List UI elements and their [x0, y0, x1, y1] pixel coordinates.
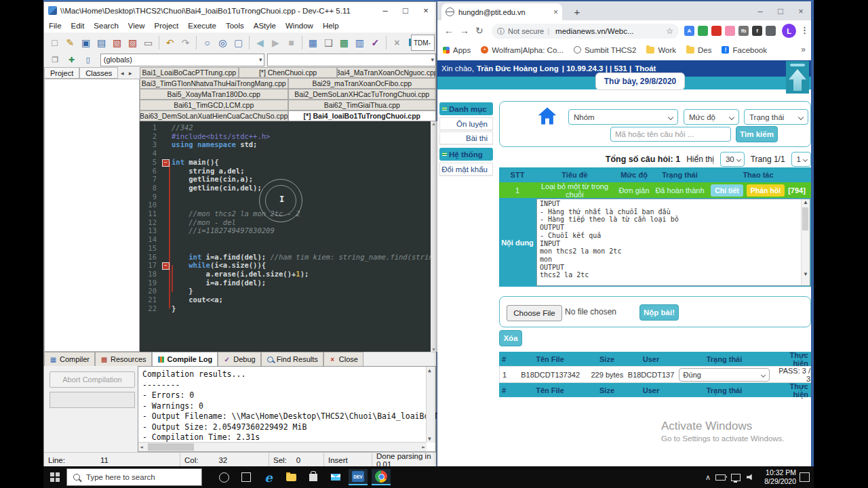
network-icon[interactable]: [731, 466, 741, 488]
taskbar-clock[interactable]: 10:32 PM 8/29/2020: [764, 468, 796, 486]
delete-button[interactable]: Xóa: [499, 330, 522, 346]
new-unit-icon[interactable]: ❐: [47, 52, 62, 68]
chrome-taskbar-icon[interactable]: [372, 469, 391, 485]
compiler-select[interactable]: TDM-: [411, 35, 435, 51]
forward-icon[interactable]: ▶: [269, 35, 283, 50]
bookmark-globe[interactable]: Sumbit THCS2: [574, 46, 636, 54]
save-icon[interactable]: ▣: [79, 35, 93, 50]
tray-chevron-icon[interactable]: ∧: [705, 466, 711, 488]
file-tab[interactable]: Bai4_MaTranXoanOcNguoc.cpp: [337, 67, 436, 78]
bookmark-star-icon[interactable]: ☆: [666, 26, 673, 36]
compile-log-output[interactable]: Compilation results...--------- Errors: …: [138, 366, 436, 452]
abort-compilation-button[interactable]: Abort Compilation: [50, 371, 135, 388]
volume-icon[interactable]: [747, 466, 754, 488]
status-select[interactable]: Trạng thái: [744, 109, 808, 125]
abort-icon[interactable]: ×: [390, 35, 404, 50]
bookmark-facebook[interactable]: fFacebook: [722, 46, 767, 54]
file-status-select[interactable]: Đúng: [679, 368, 770, 382]
editor-vertical-scrollbar[interactable]: [431, 121, 437, 352]
tab-find-results[interactable]: Find Results: [261, 352, 323, 367]
logout-link[interactable]: Thoát: [635, 64, 656, 73]
taskbar-search[interactable]: Type here to search: [66, 468, 202, 486]
bookmarks-overflow-icon[interactable]: »: [801, 45, 806, 54]
globals-combobox[interactable]: (globals)▾: [100, 54, 264, 66]
file-tab[interactable]: [*] ChenChuoi.cpp: [239, 67, 338, 78]
translate-extension-icon[interactable]: A: [684, 26, 694, 36]
cortana-icon[interactable]: [214, 469, 233, 485]
battery-icon[interactable]: [715, 466, 726, 488]
remove-file-icon[interactable]: ▯: [81, 52, 96, 68]
tabs-scroll-right-icon[interactable]: ▸: [126, 70, 134, 77]
submit-button[interactable]: Nộp bài!: [639, 304, 679, 321]
per-page-select[interactable]: 30: [720, 152, 745, 167]
browser-minimize-button[interactable]: –: [750, 1, 770, 20]
mail-icon[interactable]: [326, 469, 345, 485]
sidebar-item-đổi-mật-khẩu[interactable]: Đổi mật khẩu: [439, 163, 493, 176]
bookmark-wolfram[interactable]: *Wolfram|Alpha: Co...: [481, 46, 564, 54]
content-textarea[interactable]: INPUT - Hàng thứ nhất là chuỗi ban đầu -…: [536, 199, 810, 286]
adblock-red-extension-icon[interactable]: [711, 26, 722, 36]
undo-icon[interactable]: ↶: [163, 35, 177, 50]
file-tab[interactable]: [*] Bai4_loaiBo1TuTrongChuoi.cpp: [288, 110, 437, 121]
browser-maximize-button[interactable]: □: [770, 1, 791, 20]
add-file-icon[interactable]: ✚: [64, 52, 79, 68]
search-button[interactable]: Tìm kiếm: [736, 126, 778, 142]
file-explorer-icon[interactable]: [281, 469, 300, 485]
tabs-scroll-left-icon[interactable]: ◂: [118, 70, 126, 77]
run-icon[interactable]: ❑: [321, 35, 336, 50]
stacked-pink-extension-icon[interactable]: [725, 26, 735, 36]
tab-debug[interactable]: ✓Debug: [218, 352, 260, 367]
group-select[interactable]: Nhóm: [568, 109, 678, 125]
file-tab[interactable]: Bai3_TimGTlonNhatvaThuHaiTrongMang.cpp: [140, 78, 288, 89]
close-all-icon[interactable]: ▨: [125, 35, 140, 50]
open-file-icon[interactable]: ✎: [63, 35, 77, 50]
tab-compiler[interactable]: ▦Compiler: [44, 352, 95, 367]
menu-item-project[interactable]: Project: [150, 22, 184, 30]
close-button[interactable]: ×: [416, 2, 436, 19]
info-icon[interactable]: ⓘ: [497, 26, 505, 37]
reload-icon[interactable]: ↻: [475, 25, 484, 36]
rebuild-icon[interactable]: ▥: [353, 35, 367, 50]
choose-file-button[interactable]: Choose File: [507, 305, 562, 321]
bookmark-folder[interactable]: Work: [646, 46, 676, 54]
goto-line-icon[interactable]: ▢: [231, 35, 245, 50]
file-tab[interactable]: Bai62_TimGiaiThua.cpp: [288, 100, 437, 110]
stop-icon[interactable]: ■: [284, 35, 298, 50]
browser-menu-icon[interactable]: ⋮: [800, 25, 809, 35]
menu-item-astyle[interactable]: AStyle: [249, 22, 281, 30]
log-horizontal-scrollbar[interactable]: [138, 442, 427, 451]
forward-icon[interactable]: →: [460, 25, 469, 36]
replace-icon[interactable]: ◎: [216, 35, 230, 50]
compile-icon[interactable]: ▦: [306, 35, 320, 50]
sidebar-item-bài-thi[interactable]: Bài thi: [439, 131, 493, 144]
home-icon[interactable]: [537, 106, 557, 125]
back-icon[interactable]: ←: [444, 25, 454, 36]
start-button[interactable]: [50, 472, 60, 482]
tab-compile-log[interactable]: Compile Log: [152, 352, 218, 367]
bookmark-grid[interactable]: Apps: [443, 46, 471, 54]
sidebar-item-ôn-luyện[interactable]: Ôn luyện: [439, 117, 493, 130]
level-select[interactable]: Mức độ: [684, 109, 739, 125]
tab-close-icon[interactable]: ×: [553, 7, 558, 17]
fold-marker-line5[interactable]: −: [162, 159, 170, 167]
action-center-icon[interactable]: [800, 466, 810, 488]
compile-run-icon[interactable]: ▩: [337, 35, 351, 50]
profile-avatar[interactable]: L: [782, 24, 796, 38]
menu-item-help[interactable]: Help: [318, 22, 344, 30]
facebook-extension-icon[interactable]: f: [752, 26, 762, 36]
url-text[interactable]: medianews.vn/Webc...: [555, 27, 666, 35]
file-tab[interactable]: Bai1_LoaiBoCacPTTrung.cpp: [140, 67, 239, 78]
task-view-icon[interactable]: [237, 469, 256, 485]
debug-icon[interactable]: ✓: [368, 35, 382, 50]
file-tab[interactable]: Bai29_maTranXoanOcFibo.cpp: [288, 78, 437, 89]
question-search-input[interactable]: [610, 127, 731, 142]
log-vertical-scrollbar[interactable]: [426, 367, 435, 443]
save-all-icon[interactable]: ▤: [94, 35, 108, 50]
bookmark-folder[interactable]: Des: [686, 46, 711, 54]
detail-button[interactable]: Chi tiết: [711, 184, 743, 197]
question-row[interactable]: 1 Loại bỏ một từ trong chuỗi Đơn giản Đã…: [499, 182, 811, 198]
pin-extension-icon[interactable]: [766, 26, 776, 36]
feedback-button[interactable]: Phản hồi: [747, 184, 785, 197]
menu-item-window[interactable]: Window: [281, 22, 318, 30]
menu-item-view[interactable]: View: [123, 22, 150, 30]
